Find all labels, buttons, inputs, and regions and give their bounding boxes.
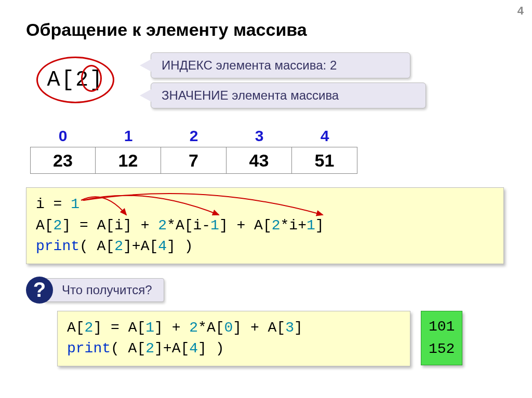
array-display: 0 1 2 3 4 23 12 7 43 51 <box>30 127 506 174</box>
code-line: print( A[2]+A[4] ) <box>36 236 494 257</box>
array-cell: 43 <box>227 147 292 174</box>
array-cell: 7 <box>161 147 227 174</box>
result-value: 101 <box>429 315 455 338</box>
index-label: 4 <box>292 127 357 145</box>
result-box: 101 152 <box>421 311 462 365</box>
callout-index: ИНДЕКС элемента массива: 2 <box>151 52 410 78</box>
array-indices: 0 1 2 3 4 <box>30 127 506 145</box>
index-label: 0 <box>30 127 96 145</box>
code-line: A[2] = A[1] + 2*A[0] + A[3] <box>67 318 401 339</box>
array-cell: 23 <box>30 147 96 174</box>
array-cell: 12 <box>96 147 161 174</box>
page-number: 4 <box>517 4 524 18</box>
index-label: 1 <box>96 127 161 145</box>
array-cells: 23 12 7 43 51 <box>30 147 506 174</box>
code-block-2: A[2] = A[1] + 2*A[0] + A[3] print( A[2]+… <box>57 311 410 366</box>
code-line: print( A[2]+A[4] ) <box>67 338 401 360</box>
top-row: A[2] ИНДЕКС элемента массива: 2 ЗНАЧЕНИЕ… <box>26 50 506 123</box>
expression-circle: A[2] <box>36 57 114 103</box>
question-label: Что получится? <box>44 278 164 302</box>
result-value: 152 <box>429 338 455 360</box>
index-label: 3 <box>227 127 292 145</box>
slide-title: Обращение к элементу массива <box>26 20 506 40</box>
bottom-row: A[2] = A[1] + 2*A[0] + A[3] print( A[2]+… <box>57 311 506 366</box>
code-line: A[2] = A[i] + 2*A[i-1] + A[2*i+1] <box>36 215 494 237</box>
question-badge: ? <box>26 277 53 304</box>
index-label: 2 <box>161 127 227 145</box>
array-cell: 51 <box>292 147 357 174</box>
code-block-1: i = 1 A[2] = A[i] + 2*A[i-1] + A[2*i+1] … <box>26 187 504 264</box>
code-line: i = 1 <box>36 194 494 215</box>
expression-text: A[2] <box>47 67 104 92</box>
question-row: ? Что получится? <box>26 277 506 304</box>
callout-value: ЗНАЧЕНИЕ элемента массива <box>151 83 426 108</box>
